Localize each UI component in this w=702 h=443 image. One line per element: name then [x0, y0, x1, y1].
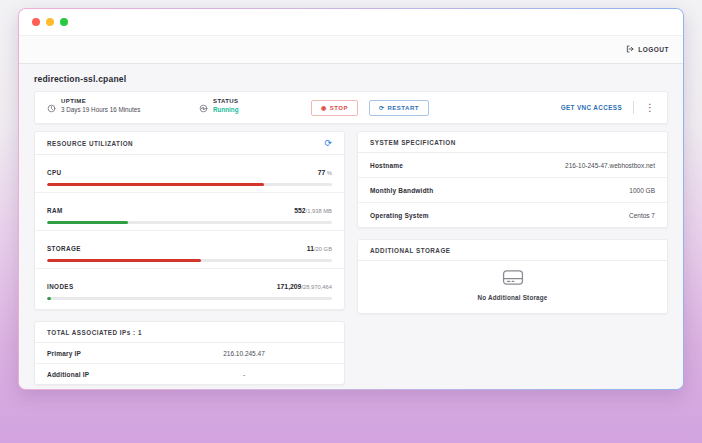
logout-label: LOGOUT: [638, 46, 669, 53]
bandwidth-label: Monthly Bandwidth: [370, 187, 433, 194]
primary-ip-row: Primary IP 216.10.245.47: [35, 343, 344, 364]
stop-button-label: STOP: [330, 105, 348, 111]
additional-storage-body: No Additional Storage: [358, 261, 667, 313]
page-title: redirection-ssl.cpanel: [34, 74, 668, 84]
additional-storage-title: ADDITIONAL STORAGE: [370, 247, 451, 254]
hostname-row: Hostname 216-10-245-47.webhostbox.net: [358, 153, 667, 178]
ram-label: RAM: [47, 207, 63, 214]
stop-icon: ◉: [321, 104, 327, 111]
refresh-icon[interactable]: ⟳: [324, 139, 332, 148]
uptime-info: UPTIME 3 Days 19 Hours 16 Minutes: [47, 98, 199, 117]
additional-storage-header: ADDITIONAL STORAGE: [358, 240, 667, 261]
cpu-label: CPU: [47, 169, 62, 176]
system-specification-title: SYSTEM SPECIFICATION: [370, 139, 456, 146]
status-label: STATUS: [213, 98, 239, 104]
associated-ips-card: TOTAL ASSOCIATED IPs : 1 Primary IP 216.…: [34, 321, 345, 385]
clock-icon: [47, 99, 56, 117]
logout-button[interactable]: LOGOUT: [626, 45, 669, 54]
operating-system-value: Centos 7: [629, 212, 655, 219]
additional-ip-label: Additional IP: [47, 371, 89, 378]
hostname-value: 216-10-245-47.webhostbox.net: [565, 162, 655, 169]
logout-icon: [626, 45, 634, 54]
storage-value: 11: [307, 245, 314, 252]
ram-usage-row: RAM 552/1,938 MB: [35, 193, 344, 231]
app-header: LOGOUT: [19, 35, 683, 64]
associated-ips-title: TOTAL ASSOCIATED IPs : 1: [47, 329, 142, 336]
resource-utilization-card: RESOURCE UTILIZATION ⟳ CPU 77 %: [34, 131, 345, 310]
app-window: LOGOUT redirection-ssl.cpanel UPTIME: [19, 9, 683, 389]
storage-usage-row: STORAGE 11/20 GB: [35, 231, 344, 269]
ram-value: 552: [294, 207, 305, 214]
system-specification-card: SYSTEM SPECIFICATION Hostname 216-10-245…: [357, 131, 668, 228]
bandwidth-value: 1000 GB: [629, 187, 655, 194]
inodes-label: INODES: [47, 283, 74, 290]
cpu-usage-row: CPU 77 %: [35, 155, 344, 193]
additional-ip-row: Additional IP -: [35, 364, 344, 384]
storage-progress-fill: [47, 259, 201, 262]
uptime-value: 3 Days 19 Hours 16 Minutes: [61, 106, 140, 113]
storage-value-unit: /20 GB: [314, 246, 332, 252]
window-close-button[interactable]: [32, 18, 40, 26]
pulse-icon: [199, 99, 208, 117]
right-column: SYSTEM SPECIFICATION Hostname 216-10-245…: [357, 131, 668, 385]
more-options-button[interactable]: ⋮: [645, 103, 655, 113]
restart-button[interactable]: ⟳ RESTART: [369, 100, 429, 116]
status-info: STATUS Running: [199, 98, 311, 117]
cards-grid: RESOURCE UTILIZATION ⟳ CPU 77 %: [34, 131, 668, 385]
primary-ip-value: 216.10.245.47: [184, 350, 304, 357]
browser-window: LOGOUT redirection-ssl.cpanel UPTIME: [18, 8, 684, 390]
associated-ips-header: TOTAL ASSOCIATED IPs : 1: [35, 322, 344, 343]
window-zoom-button[interactable]: [60, 18, 68, 26]
window-minimize-button[interactable]: [46, 18, 54, 26]
storage-label: STORAGE: [47, 245, 81, 252]
desktop-background: LOGOUT redirection-ssl.cpanel UPTIME: [0, 0, 702, 443]
stop-button[interactable]: ◉ STOP: [311, 100, 358, 116]
ram-value-unit: /1,938 MB: [306, 208, 332, 214]
inodes-usage-row: INODES 171,209/28,970,464: [35, 269, 344, 309]
storage-drive-icon: [502, 269, 524, 290]
left-column: RESOURCE UTILIZATION ⟳ CPU 77 %: [34, 131, 345, 385]
hostname-label: Hostname: [370, 162, 403, 169]
resource-utilization-header: RESOURCE UTILIZATION ⟳: [35, 132, 344, 155]
ram-progress-track: [47, 221, 332, 224]
vertical-divider: [633, 101, 634, 114]
window-titlebar: [19, 9, 683, 35]
no-additional-storage-text: No Additional Storage: [477, 294, 547, 301]
cpu-progress-track: [47, 183, 332, 186]
inodes-value: 171,209: [277, 283, 302, 290]
additional-storage-card: ADDITIONAL STORAGE: [357, 239, 668, 314]
inodes-value-unit: /28,970,464: [301, 284, 332, 290]
status-value: Running: [213, 106, 239, 113]
system-specification-header: SYSTEM SPECIFICATION: [358, 132, 667, 153]
page-content: redirection-ssl.cpanel UPTIME 3 Days 19 …: [19, 64, 683, 389]
restart-button-label: RESTART: [388, 105, 419, 111]
storage-progress-track: [47, 259, 332, 262]
operating-system-label: Operating System: [370, 212, 429, 219]
ram-progress-fill: [47, 221, 128, 224]
get-vnc-access-link[interactable]: GET VNC ACCESS: [561, 104, 622, 111]
uptime-label: UPTIME: [61, 98, 140, 104]
restart-icon: ⟳: [379, 104, 385, 111]
server-action-bar: UPTIME 3 Days 19 Hours 16 Minutes STATUS: [34, 91, 668, 124]
primary-ip-label: Primary IP: [47, 350, 81, 357]
additional-ip-value: -: [184, 371, 304, 378]
bandwidth-row: Monthly Bandwidth 1000 GB: [358, 178, 667, 203]
cpu-value-unit: %: [325, 170, 332, 176]
operating-system-row: Operating System Centos 7: [358, 203, 667, 227]
cpu-progress-fill: [47, 183, 264, 186]
resource-utilization-title: RESOURCE UTILIZATION: [47, 140, 133, 147]
